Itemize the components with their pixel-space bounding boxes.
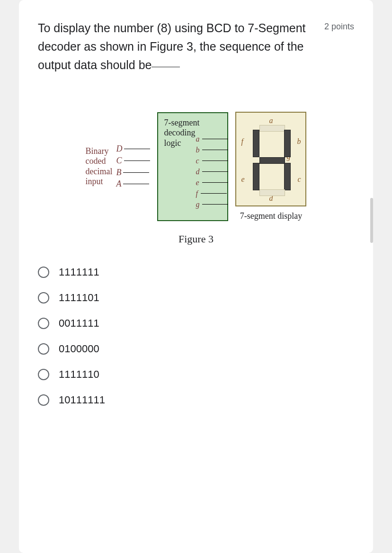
decoder-output-pins: a b c d e f g [196, 135, 228, 209]
option-6[interactable]: 10111111 [38, 387, 354, 413]
option-4-label: 0100000 [59, 343, 99, 355]
question-card: To display the number (8) using BCD to 7… [19, 0, 373, 553]
segment-b [284, 130, 291, 157]
points-label: 2 points [324, 22, 354, 32]
radio-icon[interactable] [38, 343, 49, 355]
bcd-l1: Binary [86, 146, 113, 157]
figure-3: Binary coded decimal input D C B A 7-seg… [38, 112, 354, 221]
wire [202, 150, 228, 150]
out-e: e [196, 178, 199, 187]
scrollbar-thumb[interactable] [370, 198, 373, 243]
out-f: f [196, 189, 197, 198]
seg-label-f: f [241, 137, 243, 146]
out-a: a [196, 135, 199, 143]
option-3-label: 0011111 [59, 317, 99, 330]
wire [202, 161, 228, 161]
option-4[interactable]: 0100000 [38, 336, 354, 362]
digit-8-icon [253, 125, 291, 195]
dec-l1: 7-segment [164, 118, 222, 128]
radio-icon[interactable] [38, 318, 49, 329]
seg-label-a: a [269, 116, 273, 125]
out-c: c [196, 157, 199, 165]
bcd-pins: D C B A [116, 144, 150, 189]
seg-label-e: e [241, 175, 244, 184]
bcd-l3: decimal [86, 167, 113, 177]
bcd-l4: input [86, 177, 113, 187]
wire [124, 149, 150, 149]
radio-icon[interactable] [38, 369, 49, 380]
segment-f [253, 130, 259, 157]
pin-d: D [116, 144, 122, 154]
pin-a: A [116, 179, 121, 189]
pin-c: C [116, 156, 122, 166]
bcd-input-block: Binary coded decimal input D C B A [86, 144, 151, 189]
out-d: d [196, 168, 199, 176]
segment-d [259, 189, 285, 196]
option-1-label: 1111111 [59, 266, 99, 278]
seven-segment-wrap: a b c d e f g 7-segment display [235, 112, 306, 221]
wire [202, 139, 228, 139]
pin-b: B [116, 168, 121, 178]
segment-g [259, 157, 285, 164]
question-body: To display the number (8) using BCD to 7… [38, 21, 306, 71]
fill-blank [151, 67, 180, 67]
radio-icon[interactable] [38, 267, 49, 278]
decoder-box: 7-segment decoding logic a b c d e f g [157, 112, 228, 221]
question-text: To display the number (8) using BCD to 7… [38, 19, 319, 74]
bcd-input-caption: Binary coded decimal input [86, 146, 113, 187]
display-caption: 7-segment display [240, 211, 302, 221]
out-g: g [196, 200, 199, 209]
option-5-label: 1111110 [59, 368, 99, 381]
option-2-label: 1111101 [59, 292, 99, 304]
wire [202, 182, 228, 183]
seg-label-b: b [297, 137, 301, 146]
wire [201, 193, 227, 194]
wire [202, 204, 228, 205]
seven-segment-display: a b c d e f g [235, 112, 306, 206]
segment-c [284, 163, 291, 190]
bcd-l2: coded [86, 156, 113, 167]
decoder-column: 7-segment decoding logic a b c d e f g [157, 112, 228, 221]
option-3[interactable]: 0011111 [38, 311, 354, 336]
wire [123, 172, 149, 173]
radio-icon[interactable] [38, 394, 49, 406]
radio-icon[interactable] [38, 292, 49, 303]
wire [123, 184, 149, 184]
wire [202, 171, 228, 172]
question-header: To display the number (8) using BCD to 7… [38, 19, 354, 74]
option-1[interactable]: 1111111 [38, 259, 354, 285]
wire [124, 161, 150, 161]
answer-options: 1111111 1111101 0011111 0100000 1111110 … [38, 259, 354, 413]
option-2[interactable]: 1111101 [38, 285, 354, 311]
option-5[interactable]: 1111110 [38, 362, 354, 387]
segment-e [253, 163, 259, 190]
option-6-label: 10111111 [59, 394, 105, 406]
seg-label-c: c [297, 175, 301, 184]
segment-a [259, 125, 285, 132]
figure-caption: Figure 3 [38, 233, 354, 245]
out-b: b [196, 146, 199, 154]
